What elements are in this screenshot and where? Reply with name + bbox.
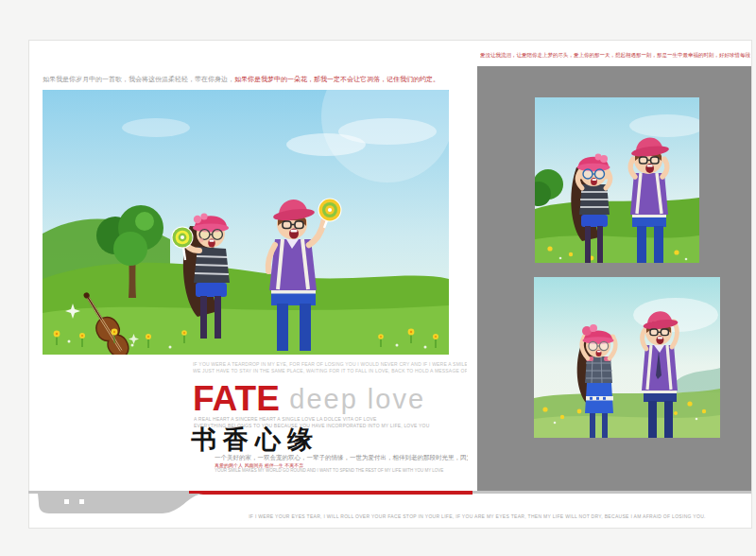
- top-right-caption: 爱没让我流泪，让爱陪你走上梦的尽头，爱上你的那一天，想起相遇那一刻，那是一生中最…: [480, 51, 750, 61]
- photo-bottom-right-illustration: [534, 277, 720, 438]
- left-caption-gray: 如果我是你岁月中的一首歌，我会将这份温柔轻轻，带在你身边，: [43, 76, 234, 82]
- photo-caption-line1: IF YOU WERE A TEARDROP IN MY EYE, FOR FE…: [193, 361, 467, 368]
- tab-dot-1: [64, 499, 69, 504]
- fate-logo-title: FATE: [193, 382, 280, 417]
- main-photo-illustration: [43, 90, 449, 355]
- photo-caption-line2: WE JUST HAVE TO STAY IN THE SAME PLACE, …: [193, 368, 467, 374]
- chinese-title: 书香心缘: [191, 426, 474, 454]
- left-caption-red: 如果你是我梦中的一朵花，那我一定不会让它凋落，记住我们的约定。: [234, 76, 439, 82]
- left-caption: 如果我是你岁月中的一首歌，我会将这份温柔轻轻，带在你身边，如果你是我梦中的一朵花…: [43, 75, 451, 85]
- corner-tab: [38, 494, 203, 514]
- fate-logo: FATE deep love: [193, 382, 457, 418]
- bottom-caption: IF I WERE YOUR EYES TEAR, I WILL ROLL OV…: [232, 513, 723, 519]
- accent-rule: [189, 491, 472, 495]
- photo-top-right-illustration: [535, 97, 699, 263]
- body-line-cn: 一个美好的家，一双会宠的双心，一辈子的情缘，一世为爱付出，相伴到老的那段时光里，…: [215, 454, 468, 461]
- photo-captions: IF YOU WERE A TEARDROP IN MY EYE, FOR FE…: [193, 361, 467, 374]
- tab-dot-2: [79, 499, 84, 504]
- body-line-en: YOUR SMILE MAKES MY WORLD GO ROUND AND I…: [215, 468, 468, 474]
- fate-logo-subtitle: deep love: [289, 382, 425, 416]
